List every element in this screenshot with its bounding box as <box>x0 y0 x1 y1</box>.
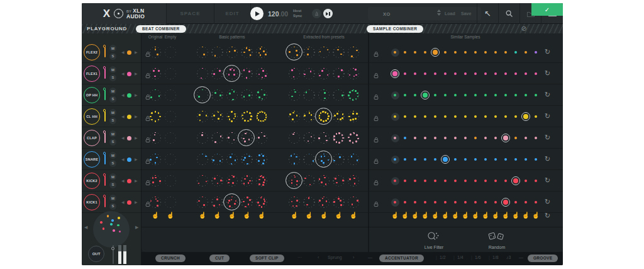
sample-prev-arrow[interactable]: ◀ <box>121 50 125 54</box>
sample-dot[interactable] <box>444 94 447 96</box>
sample-dot[interactable] <box>494 72 497 75</box>
sample-dot[interactable] <box>535 51 537 54</box>
groove-button[interactable]: GROOVE <box>528 255 558 262</box>
sample-dot[interactable] <box>444 137 447 139</box>
sample-dot[interactable] <box>484 115 487 118</box>
lock-icon[interactable] <box>374 113 379 124</box>
sample-dot[interactable] <box>394 201 396 203</box>
sample-dot[interactable] <box>434 115 436 118</box>
pattern-circle[interactable] <box>303 175 316 188</box>
pattern-circle[interactable] <box>303 196 316 209</box>
sample-dot[interactable] <box>434 94 436 96</box>
rate-1-4[interactable]: 1/4 <box>457 255 464 260</box>
track-fader[interactable] <box>104 69 106 79</box>
track-fader-knob[interactable] <box>103 66 106 69</box>
pattern-circle[interactable] <box>149 175 162 188</box>
sample-dot[interactable] <box>424 180 426 182</box>
pattern-circle-empty[interactable] <box>164 110 177 123</box>
sample-dot[interactable] <box>414 72 416 75</box>
pattern-circle[interactable] <box>211 89 224 102</box>
solo-button[interactable]: S <box>109 96 116 103</box>
resize-arrow-button[interactable]: ↖ <box>477 3 498 24</box>
pad-right-arrow[interactable]: ▶ <box>135 225 138 230</box>
sample-dot[interactable] <box>414 201 416 203</box>
lock-icon[interactable] <box>374 134 379 146</box>
pattern-circle[interactable] <box>196 196 209 209</box>
sample-dot[interactable] <box>424 137 426 139</box>
sample-dot[interactable] <box>484 180 487 182</box>
pattern-circle[interactable] <box>303 89 316 102</box>
pattern-circle[interactable] <box>255 46 269 59</box>
audition-hand-icon[interactable]: ☝ <box>501 212 511 219</box>
sample-combiner-tab[interactable]: SAMPLE COMBINER <box>367 25 423 33</box>
pattern-circle[interactable] <box>318 89 331 102</box>
sample-dot[interactable] <box>394 115 396 118</box>
pattern-circle[interactable] <box>240 132 253 145</box>
pattern-circle[interactable] <box>288 110 301 123</box>
sample-dot[interactable] <box>535 137 537 139</box>
pattern-circle[interactable] <box>255 89 269 102</box>
selector-prev[interactable]: ‹ <box>318 255 319 260</box>
sample-dot[interactable] <box>525 51 527 54</box>
xy-pad[interactable] <box>93 211 130 248</box>
sample-prev-arrow[interactable]: ◀ <box>121 157 125 161</box>
sample-dot[interactable] <box>494 158 497 161</box>
sample-dot[interactable] <box>535 94 537 96</box>
pattern-circle[interactable] <box>226 153 239 166</box>
pattern-circle[interactable] <box>149 46 162 59</box>
pattern-circle[interactable] <box>196 89 209 102</box>
sample-dot[interactable] <box>434 201 436 203</box>
pattern-circle[interactable] <box>196 110 209 123</box>
sample-dot[interactable] <box>464 115 467 118</box>
audition-hand-icon[interactable]: ☝ <box>390 212 400 219</box>
sample-dot[interactable] <box>404 137 406 139</box>
pattern-circle-empty[interactable] <box>164 175 177 188</box>
lock-icon[interactable] <box>374 156 379 167</box>
sample-dot[interactable] <box>525 72 527 75</box>
cycle-samples-icon[interactable]: ↻ <box>545 198 550 206</box>
audition-hand-icon[interactable]: ☝ <box>348 212 358 219</box>
pattern-circle[interactable] <box>332 153 345 166</box>
sample-dot[interactable] <box>414 180 416 182</box>
sample-dot[interactable] <box>404 115 406 118</box>
sample-dot[interactable] <box>454 51 457 54</box>
solo-button[interactable]: S <box>109 160 116 167</box>
preset-stepper[interactable] <box>437 9 441 16</box>
sample-dot[interactable] <box>474 51 477 54</box>
solo-button[interactable]: S <box>109 181 116 188</box>
confirm-button[interactable]: ✓ <box>531 3 563 16</box>
pattern-circle[interactable] <box>240 89 253 102</box>
track-fader-knob[interactable] <box>103 130 106 134</box>
sample-dot[interactable] <box>414 51 416 54</box>
pattern-circle[interactable] <box>196 175 209 188</box>
pattern-circle[interactable] <box>288 46 301 59</box>
pattern-circle[interactable] <box>332 89 345 102</box>
pattern-circle[interactable] <box>226 46 239 59</box>
sample-dot[interactable] <box>525 201 527 203</box>
sample-dot[interactable] <box>474 201 477 203</box>
sample-dot[interactable] <box>464 51 467 54</box>
cycle-samples-icon[interactable]: ↻ <box>545 155 550 163</box>
pattern-circle[interactable] <box>288 196 301 209</box>
selector-next[interactable]: › <box>353 255 354 260</box>
sample-dot[interactable] <box>454 158 457 161</box>
pattern-circle[interactable] <box>303 67 316 81</box>
sample-dot[interactable] <box>535 158 537 161</box>
sample-dot[interactable] <box>494 51 497 54</box>
sample-dot[interactable] <box>414 137 416 139</box>
pattern-circle[interactable] <box>149 196 162 209</box>
pattern-circle[interactable] <box>211 46 224 59</box>
sample-dot[interactable] <box>394 94 396 96</box>
sample-dot[interactable] <box>504 115 507 118</box>
pattern-circle-empty[interactable] <box>164 196 177 209</box>
audition-hand-icon[interactable]: ☝ <box>480 212 491 219</box>
pattern-circle[interactable] <box>211 175 224 188</box>
pattern-circle[interactable] <box>347 175 360 188</box>
sample-dot[interactable] <box>424 115 426 118</box>
sample-dot[interactable] <box>464 180 467 182</box>
pattern-circle[interactable] <box>347 196 360 209</box>
pattern-circle-empty[interactable] <box>164 89 177 102</box>
mute-button[interactable]: M <box>109 173 116 180</box>
lock-icon[interactable] <box>374 198 379 210</box>
sample-dot[interactable] <box>535 72 537 75</box>
